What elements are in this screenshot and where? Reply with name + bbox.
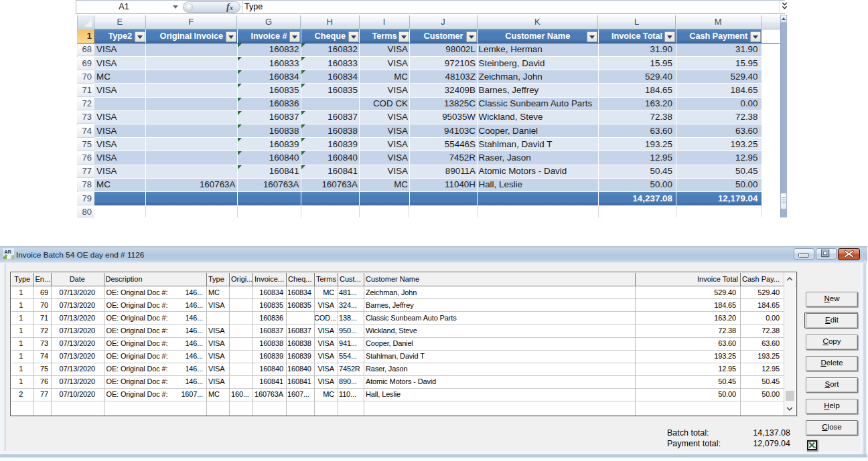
- svg-text:AR: AR: [4, 249, 11, 255]
